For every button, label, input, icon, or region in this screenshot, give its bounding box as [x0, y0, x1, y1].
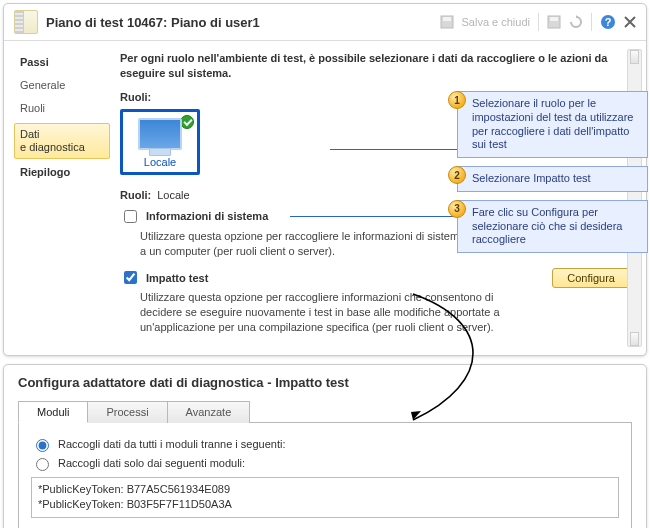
radio-label-only-following: Raccogli dati solo dai seguenti moduli:	[58, 457, 245, 469]
radio-only-following[interactable]	[36, 458, 49, 471]
checkbox-system-info[interactable]	[124, 210, 137, 223]
token-list[interactable]: *PublicKeyToken: B77A5C561934E089 *Publi…	[31, 477, 619, 518]
callout-text-2: Selezionare Impatto test	[457, 166, 648, 192]
refresh-icon[interactable]	[569, 15, 583, 29]
save-close-label[interactable]: Salva e chiudi	[462, 16, 531, 28]
callout-num-1: 1	[448, 91, 466, 109]
svg-rect-3	[550, 17, 558, 21]
radio-all-except[interactable]	[36, 439, 49, 452]
callout-num-2: 2	[448, 166, 466, 184]
window-title: Piano di test 10467: Piano di user1	[46, 15, 440, 30]
sidebar-item-passi[interactable]: Passi	[14, 51, 110, 74]
option-title-system-info: Informazioni di sistema	[146, 210, 268, 222]
svg-text:?: ?	[605, 16, 612, 28]
role-tile-locale[interactable]: Locale	[120, 109, 200, 175]
check-icon	[180, 115, 194, 129]
tab-avanzate[interactable]: Avanzate	[167, 401, 251, 423]
help-icon[interactable]: ?	[600, 14, 616, 30]
close-icon[interactable]	[624, 16, 636, 28]
sidebar-item-ruoli[interactable]: Ruoli	[14, 97, 110, 120]
titlebar: Piano di test 10467: Piano di user1 Salv…	[4, 4, 646, 41]
sidebar-item-dati[interactable]: Dati e diagnostica	[14, 123, 110, 159]
intro-text: Per ogni ruolo nell'ambiente di test, è …	[120, 51, 630, 81]
main-window: Piano di test 10467: Piano di user1 Salv…	[3, 3, 647, 356]
configure-button[interactable]: Configura	[552, 268, 630, 288]
monitor-icon	[138, 118, 182, 150]
token-row: *PublicKeyToken: B03F5F7F11D50A3A	[38, 497, 612, 512]
document-icon	[14, 10, 38, 34]
save-icon-2[interactable]	[547, 15, 561, 29]
tab-processi[interactable]: Processi	[87, 401, 167, 423]
callout-text-3: Fare clic su Configura per selezionare c…	[457, 200, 648, 253]
svg-rect-1	[443, 17, 451, 21]
token-row: *PublicKeyToken: B77A5C561934E089	[38, 482, 612, 497]
callout-text-1: Selezionare il ruolo per le impostazioni…	[457, 91, 648, 158]
sidebar-item-riepilogo[interactable]: Riepilogo	[14, 161, 110, 184]
tab-moduli[interactable]: Moduli	[18, 401, 88, 423]
radio-label-all-except: Raccogli dati da tutti i moduli tranne i…	[58, 438, 285, 450]
dialog-configure-adapter: Configura adattatore dati di diagnostica…	[3, 364, 647, 528]
sidebar-item-generale[interactable]: Generale	[14, 74, 110, 97]
tabs: Moduli Processi Avanzate	[18, 400, 632, 423]
checkbox-test-impact[interactable]	[124, 271, 137, 284]
callout-num-3: 3	[448, 200, 466, 218]
option-test-impact: Configura Impatto test Utilizzare questa…	[120, 268, 630, 335]
sidebar: Passi Generale Ruoli Dati e diagnostica …	[4, 41, 110, 355]
dialog-title: Configura adattatore dati di diagnostica…	[18, 375, 632, 390]
tab-body: Raccogli dati da tutti i moduli tranne i…	[18, 423, 632, 528]
callouts: 1 Selezionare il ruolo per le impostazio…	[448, 91, 648, 261]
option-title-test-impact: Impatto test	[146, 272, 208, 284]
option-desc-test-impact: Utilizzare questa opzione per raccoglier…	[140, 290, 510, 335]
save-icon	[440, 15, 454, 29]
role-tile-label: Locale	[127, 156, 193, 168]
